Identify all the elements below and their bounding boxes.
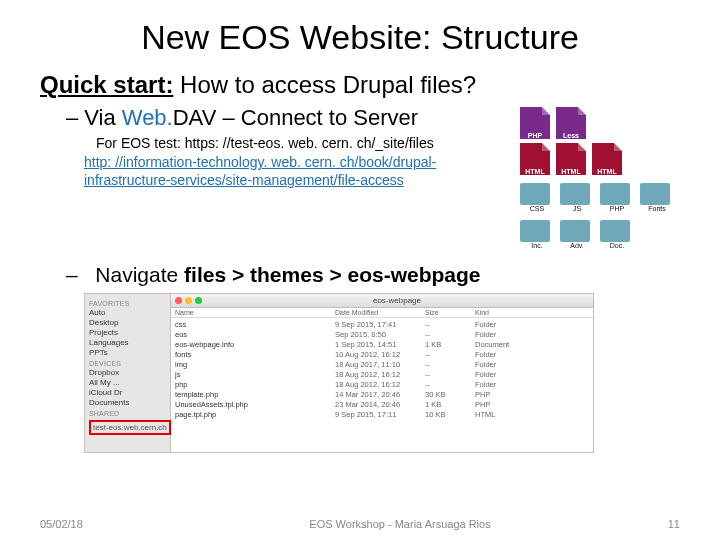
sidebar-item[interactable]: Projects — [89, 328, 166, 337]
quick-label: Quick start: — [40, 71, 173, 98]
sidebar-item[interactable]: Auto — [89, 308, 166, 317]
table-row[interactable]: css9 Sep 2015, 17:41--Folder — [175, 319, 589, 329]
bullet-pre: Via — [84, 105, 122, 130]
footer-title: EOS Workshop - Maria Arsuaga Rios — [160, 518, 640, 530]
folder-icon — [640, 183, 670, 205]
slide-title: New EOS Website: Structure — [40, 18, 680, 57]
table-row[interactable]: UnusedAssets.tpl.php23 Mar 2014, 20:461 … — [175, 399, 589, 409]
finder-columns: Name Date Modified Size Kind — [171, 308, 593, 318]
bullet-webdav: –Via Web.DAV – Connect to Server — [66, 105, 520, 131]
close-icon[interactable] — [175, 297, 182, 304]
sidebar-header-shared: Shared — [89, 410, 166, 417]
navigate-line: – Navigate files > themes > eos-webpage — [66, 263, 680, 287]
table-row[interactable]: eosSep 2015, 8:50--Folder — [175, 329, 589, 339]
table-row[interactable]: js18 Aug 2012, 16:12--Folder — [175, 369, 589, 379]
sidebar-header-favorites: Favorites — [89, 300, 166, 307]
finder-titlebar: eos-webpage — [171, 294, 593, 308]
php-icon: PHP — [520, 107, 550, 139]
finder-title: eos-webpage — [205, 296, 589, 305]
table-row[interactable]: page.tpl.php9 Sep 2015, 17:1110 KBHTML — [175, 409, 589, 419]
footer-date: 05/02/18 — [40, 518, 160, 530]
sidebar-item[interactable]: All My ... — [89, 378, 166, 387]
finder-file-list: css9 Sep 2015, 17:41--FoldereosSep 2015,… — [171, 318, 593, 420]
folder-icon — [520, 220, 550, 242]
sidebar-shared-server[interactable]: test-eos.web.cern.ch — [89, 420, 171, 435]
eos-test-url: For EOS test: https: //test-eos. web. ce… — [96, 135, 520, 151]
folder-icon — [560, 183, 590, 205]
html-icon: HTML — [520, 143, 550, 175]
bullet-rest: DAV – Connect to Server — [173, 105, 418, 130]
quick-rest: How to access Drupal files? — [173, 71, 476, 98]
bullet-web: Web. — [122, 105, 173, 130]
folder-icon — [600, 183, 630, 205]
sidebar-item[interactable]: iCloud Dr — [89, 388, 166, 397]
folder-icon — [520, 183, 550, 205]
sidebar-item[interactable]: Languages — [89, 338, 166, 347]
table-row[interactable]: template.php14 Mar 2017, 20:4630 KBPHP — [175, 389, 589, 399]
table-row[interactable]: php18 Aug 2012, 16:12--Folder — [175, 379, 589, 389]
table-row[interactable]: fonts10 Aug 2012, 16:12--Folder — [175, 349, 589, 359]
folder-icon — [560, 220, 590, 242]
html-icon: HTML — [592, 143, 622, 175]
minimize-icon[interactable] — [185, 297, 192, 304]
finder-sidebar: Favorites Auto Desktop Projects Language… — [85, 294, 171, 452]
table-row[interactable]: eos-webpage.info1 Sep 2015, 14:511 KBDoc… — [175, 339, 589, 349]
sidebar-item[interactable]: Dropbox — [89, 368, 166, 377]
footer-page: 11 — [640, 518, 680, 530]
quick-start-line: Quick start: How to access Drupal files? — [40, 71, 680, 99]
sidebar-item[interactable]: PPTs — [89, 348, 166, 357]
sidebar-header-devices: Devices — [89, 360, 166, 367]
less-icon: Less — [556, 107, 586, 139]
doc-link[interactable]: http: //information-technology. web. cer… — [84, 153, 504, 189]
table-row[interactable]: img18 Aug 2017, 11:10--Folder — [175, 359, 589, 369]
html-icon: HTML — [556, 143, 586, 175]
sidebar-item[interactable]: Documents — [89, 398, 166, 407]
sidebar-item[interactable]: Desktop — [89, 318, 166, 327]
zoom-icon[interactable] — [195, 297, 202, 304]
file-type-icons: PHP Less HTML HTML HTML CSS JS PHP Fonts… — [520, 105, 680, 253]
finder-window: Favorites Auto Desktop Projects Language… — [84, 293, 594, 453]
folder-icon — [600, 220, 630, 242]
